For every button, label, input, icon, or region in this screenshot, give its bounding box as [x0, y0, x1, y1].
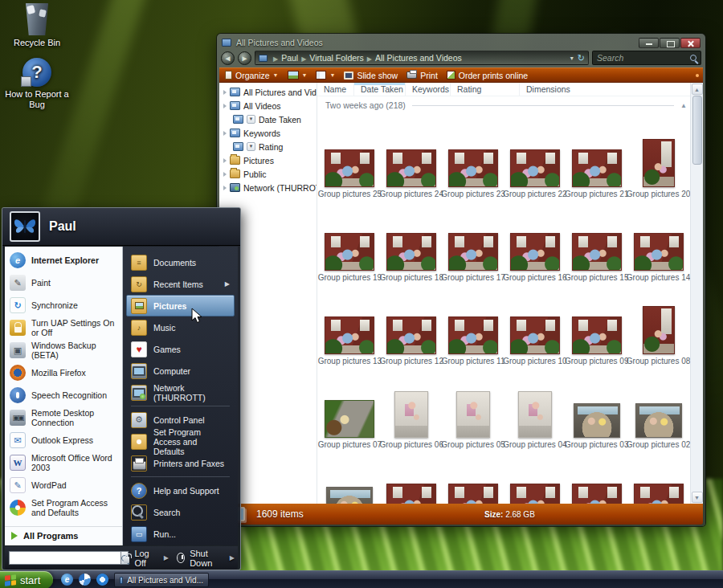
- file-item[interactable]: Group pictures 14: [627, 198, 689, 282]
- start-menu-item-recent-items[interactable]: Recent Items▶: [126, 273, 235, 295]
- internet-explorer-icon[interactable]: e: [61, 574, 73, 586]
- address-dropdown-icon[interactable]: ▾: [570, 55, 574, 62]
- organize-button[interactable]: Organize ▼: [225, 71, 279, 80]
- file-item[interactable]: Group pictures 22: [504, 115, 566, 198]
- file-item[interactable]: Group pictures 02: [627, 365, 689, 449]
- nav-item-public[interactable]: Public: [219, 167, 317, 181]
- file-item[interactable]: Group pictures 13: [319, 282, 381, 365]
- file-item[interactable]: Group pictures 19: [319, 198, 381, 282]
- start-menu-item-windows-backup-beta[interactable]: Windows Backup (BETA): [5, 339, 122, 361]
- taskbar-task-all-pictures[interactable]: All Pictures and Vid...: [114, 573, 209, 587]
- maximize-button[interactable]: [660, 38, 680, 48]
- file-item[interactable]: Group pictures 05: [443, 365, 504, 449]
- file-item[interactable]: Group pictures 12: [381, 282, 443, 365]
- start-menu-item-computer[interactable]: Computer: [126, 360, 235, 382]
- nav-item-pictures[interactable]: Pictures: [219, 153, 317, 167]
- start-menu-item-paint[interactable]: Paint: [5, 272, 122, 294]
- breadcrumb-item-virtual-folders[interactable]: Virtual Folders: [309, 53, 364, 63]
- start-menu-item-network-thurrott[interactable]: Network (THURROTT): [126, 382, 235, 403]
- start-menu-item-set-program-access-and-defaults[interactable]: Set Program Access and Defaults: [5, 496, 122, 519]
- start-menu-item-run[interactable]: Run...: [126, 523, 235, 545]
- forward-button[interactable]: ►: [238, 51, 251, 65]
- file-item[interactable]: Group pictures 07: [319, 365, 381, 449]
- log-off-button[interactable]: Log Off: [134, 549, 155, 568]
- order-prints-button[interactable]: Order prints online: [447, 71, 528, 80]
- refresh-icon[interactable]: ↻: [578, 53, 585, 63]
- file-item[interactable]: Group pictures 18: [381, 198, 443, 282]
- file-item[interactable]: Group pictures 10: [504, 282, 566, 365]
- scrollbar-thumb[interactable]: [692, 96, 702, 165]
- close-button[interactable]: [680, 38, 701, 48]
- log-off-submenu-icon[interactable]: ▶: [164, 554, 169, 561]
- file-item[interactable]: Group pictures 23: [504, 449, 566, 504]
- expand-arrow-icon[interactable]: [223, 172, 227, 177]
- file-item[interactable]: Group pictures 25: [381, 449, 443, 504]
- back-button[interactable]: ◄: [221, 51, 235, 65]
- collapse-group-icon[interactable]: ▲: [680, 102, 687, 109]
- minimize-button[interactable]: [639, 38, 659, 48]
- file-item[interactable]: Group pictures 25: [319, 115, 381, 198]
- welcome-center-icon[interactable]: [79, 574, 91, 586]
- expand-arrow-icon[interactable]: [223, 131, 227, 136]
- shut-down-submenu-icon[interactable]: ▶: [230, 554, 235, 561]
- thumbnail-size-button[interactable]: ▼: [288, 71, 308, 80]
- start-menu-item-remote-desktop-connection[interactable]: Remote Desktop Connection: [5, 406, 122, 429]
- start-menu-item-pictures[interactable]: Pictures: [126, 295, 235, 316]
- media-player-icon[interactable]: [96, 574, 108, 586]
- start-menu-item-set-program-access-and-defaults[interactable]: Set Program Access and Defaults: [126, 431, 235, 452]
- column-header-rating[interactable]: Rating: [451, 83, 520, 96]
- column-header-date-taken[interactable]: Date Taken: [354, 83, 406, 96]
- breadcrumb[interactable]: ▶Paul▶Virtual Folders▶All Pictures and V…: [255, 51, 589, 65]
- desktop-icon-how-to-report-a-bug[interactable]: How to Report a Bug: [0, 58, 74, 110]
- scroll-up-icon[interactable]: ▲: [692, 84, 703, 95]
- file-item[interactable]: Group pictures 21: [566, 115, 627, 198]
- nav-item-date-taken[interactable]: ▼Date Taken: [219, 112, 317, 126]
- file-item[interactable]: Group pictures 21: [627, 449, 689, 504]
- file-item[interactable]: Group pictures 03: [566, 365, 627, 449]
- file-item[interactable]: Group pictures 20: [627, 115, 689, 198]
- file-item[interactable]: Group pictures 08: [627, 282, 689, 365]
- expand-arrow-icon[interactable]: [223, 90, 227, 95]
- nav-item-all-videos[interactable]: All Videos: [219, 99, 317, 112]
- all-programs-button[interactable]: All Programs: [5, 526, 122, 544]
- start-menu-item-speech-recognition[interactable]: Speech Recognition: [5, 384, 122, 406]
- file-item[interactable]: Group pictures 04: [504, 365, 566, 449]
- file-item[interactable]: Group pictures 23: [443, 115, 504, 198]
- start-menu-item-wordpad[interactable]: WordPad: [5, 474, 122, 496]
- file-item[interactable]: Group pictures 11: [443, 282, 504, 365]
- desktop-icon-recycle-bin[interactable]: Recycle Bin: [0, 3, 74, 48]
- file-item[interactable]: Group pictures 15: [566, 198, 627, 282]
- group-header[interactable]: Two weeks ago (218) ▲: [317, 96, 703, 112]
- dropdown-icon[interactable]: ▼: [247, 142, 255, 151]
- print-button[interactable]: Print: [406, 71, 438, 80]
- breadcrumb-item-paul[interactable]: Paul: [281, 53, 298, 63]
- expand-arrow-icon[interactable]: [223, 186, 227, 190]
- file-item[interactable]: Group pictures 06: [381, 365, 443, 449]
- column-header-dimensions[interactable]: Dimensions: [520, 83, 703, 96]
- start-menu-item-turn-uap-settings-on-or-off[interactable]: Turn UAP Settings On or Off: [5, 316, 122, 339]
- nav-item-rating[interactable]: ▼Rating: [219, 140, 317, 153]
- search-box[interactable]: Search: [592, 51, 701, 65]
- file-item[interactable]: Group pictures 17: [443, 198, 504, 282]
- column-header-name[interactable]: Name: [317, 83, 354, 96]
- file-item[interactable]: Group pictures 01: [319, 449, 381, 504]
- expand-arrow-icon[interactable]: [223, 104, 227, 108]
- file-item[interactable]: Group pictures 24: [443, 449, 504, 504]
- nav-item-keywords[interactable]: Keywords: [219, 126, 317, 140]
- column-header-keywords[interactable]: Keywords: [406, 83, 451, 96]
- title-bar[interactable]: All Pictures and Videos: [219, 35, 703, 50]
- start-menu-item-synchronize[interactable]: Synchronize: [5, 294, 122, 316]
- start-menu-item-microsoft-office-word-2003[interactable]: Microsoft Office Word 2003: [5, 451, 122, 474]
- file-item[interactable]: Group pictures 16: [504, 198, 566, 282]
- breadcrumb-item-all-pictures-and-videos[interactable]: All Pictures and Videos: [375, 53, 462, 63]
- start-menu-item-outlook-express[interactable]: Outlook Express: [5, 429, 122, 451]
- dropdown-icon[interactable]: ▼: [247, 115, 255, 124]
- start-menu-item-games[interactable]: Games: [126, 338, 235, 360]
- start-menu-item-music[interactable]: Music: [126, 316, 235, 338]
- file-item[interactable]: Group pictures 09: [566, 282, 627, 365]
- file-item[interactable]: Group pictures 22: [566, 449, 627, 504]
- file-item[interactable]: Group pictures 24: [381, 115, 443, 198]
- start-menu-item-documents[interactable]: Documents: [126, 251, 235, 273]
- start-menu-item-mozilla-firefox[interactable]: Mozilla Firefox: [5, 361, 122, 384]
- expand-arrow-icon[interactable]: [223, 158, 227, 163]
